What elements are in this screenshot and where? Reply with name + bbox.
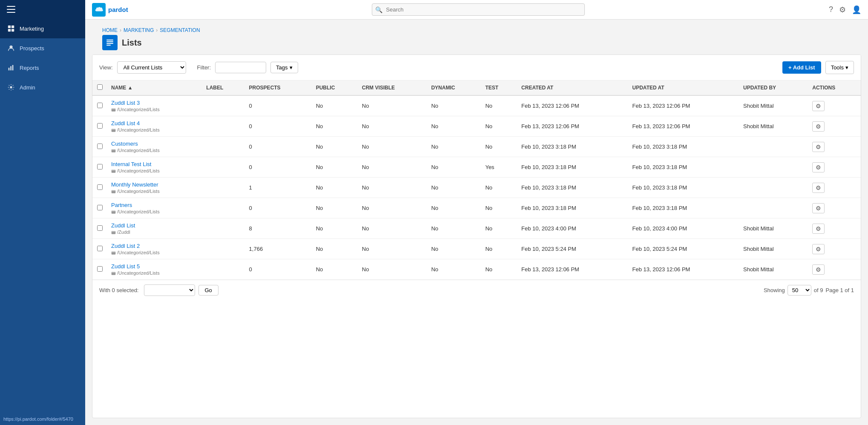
row-checkbox[interactable] — [97, 266, 103, 272]
list-name-link[interactable]: Internal Test List — [111, 161, 151, 167]
list-name-link[interactable]: Zuddl List 4 — [111, 120, 140, 126]
sidebar-item-reports[interactable]: Reports — [0, 58, 85, 78]
list-folder: /Uncategorized/Lists — [111, 209, 198, 214]
breadcrumb-marketing[interactable]: MARKETING — [124, 27, 154, 33]
user-icon[interactable]: 👤 — [852, 5, 861, 14]
sidebar-item-prospects[interactable]: Prospects — [0, 38, 85, 58]
bulk-action-select[interactable] — [144, 284, 195, 296]
filter-input[interactable] — [215, 62, 266, 73]
row-updated-at-cell: Feb 13, 2023 12:06 PM — [628, 259, 739, 280]
row-crm-visible-cell: No — [358, 178, 427, 198]
settings-icon[interactable]: ⚙ — [839, 5, 846, 14]
search-input[interactable] — [372, 3, 585, 16]
breadcrumb-home[interactable]: HOME — [102, 27, 118, 33]
row-created-at-cell: Feb 10, 2023 3:18 PM — [517, 137, 628, 157]
th-crm-visible[interactable]: CRM VISIBLE — [358, 80, 427, 95]
sidebar-header[interactable] — [0, 0, 85, 19]
row-name-cell: Customers /Uncategorized/Lists — [107, 137, 202, 157]
row-gear-button[interactable]: ⚙ — [812, 264, 825, 275]
add-list-button[interactable]: + Add List — [782, 61, 821, 74]
row-prospects-cell: 0 — [245, 157, 312, 178]
row-updated-at-cell: Feb 10, 2023 3:18 PM — [628, 178, 739, 198]
list-name-link[interactable]: Zuddl List — [111, 222, 135, 229]
sidebar-item-marketing[interactable]: Marketing — [0, 19, 85, 38]
row-actions-cell: ⚙ — [808, 116, 861, 137]
main-content: pardot 🔍 ? ⚙ 👤 HOME › MARKETING › SEGMEN… — [85, 0, 868, 425]
row-checkbox[interactable] — [97, 225, 103, 231]
th-dynamic[interactable]: DYNAMIC — [427, 80, 481, 95]
row-gear-button[interactable]: ⚙ — [812, 142, 825, 152]
row-actions-cell: ⚙ — [808, 137, 861, 157]
row-prospects-cell: 1 — [245, 178, 312, 198]
row-checkbox-cell — [92, 137, 107, 157]
th-test[interactable]: TEST — [481, 80, 517, 95]
th-prospects[interactable]: PROSPECTS — [245, 80, 312, 95]
select-all-checkbox[interactable] — [97, 84, 103, 90]
th-label[interactable]: LABEL — [202, 80, 244, 95]
row-prospects-cell: 0 — [245, 116, 312, 137]
row-prospects-cell: 1,766 — [245, 239, 312, 259]
tools-button[interactable]: Tools ▾ — [825, 61, 854, 74]
list-name-link[interactable]: Monthly Newsletter — [111, 181, 158, 188]
page-header: Lists — [94, 33, 859, 55]
row-checkbox[interactable] — [97, 103, 103, 108]
row-gear-button[interactable]: ⚙ — [812, 224, 825, 234]
th-created-at[interactable]: CREATED AT — [517, 80, 628, 95]
go-button[interactable]: Go — [198, 285, 218, 296]
filter-label: Filter: — [197, 64, 211, 71]
row-checkbox[interactable] — [97, 123, 103, 129]
hamburger-icon[interactable] — [7, 6, 15, 13]
list-name-link[interactable]: Zuddl List 5 — [111, 263, 140, 270]
with-selected-label: With 0 selected: — [99, 287, 139, 293]
list-name-link[interactable]: Zuddl List 3 — [111, 100, 140, 106]
row-gear-button[interactable]: ⚙ — [812, 183, 825, 193]
th-public[interactable]: PUBLIC — [312, 80, 358, 95]
showing-label: Showing — [764, 287, 785, 293]
row-checkbox[interactable] — [97, 184, 103, 190]
row-checkbox[interactable] — [97, 246, 103, 251]
list-name-link[interactable]: Zuddl List 2 — [111, 243, 140, 249]
row-updated-by-cell: Shobit Mittal — [739, 218, 808, 239]
prospects-icon — [7, 44, 15, 52]
row-created-at-cell: Feb 10, 2023 3:18 PM — [517, 157, 628, 178]
row-checkbox[interactable] — [97, 164, 103, 169]
breadcrumb-sep-2: › — [156, 27, 158, 33]
row-gear-button[interactable]: ⚙ — [812, 244, 825, 254]
row-name-cell: Zuddl List 2 /Uncategorized/Lists — [107, 239, 202, 259]
row-gear-button[interactable]: ⚙ — [812, 101, 825, 111]
breadcrumb-segmentation[interactable]: SEGMENTATION — [160, 27, 200, 33]
row-checkbox[interactable] — [97, 205, 103, 210]
row-updated-at-cell: Feb 13, 2023 12:06 PM — [628, 95, 739, 116]
tags-button[interactable]: Tags ▾ — [270, 62, 298, 73]
row-gear-button[interactable]: ⚙ — [812, 203, 825, 213]
row-test-cell: No — [481, 95, 517, 116]
row-updated-by-cell: Shobit Mittal — [739, 259, 808, 280]
table-header-row: NAME ▲ LABEL PROSPECTS PUBLIC CRM VISIBL… — [92, 80, 861, 95]
svg-point-8 — [10, 86, 12, 88]
th-updated-at[interactable]: UPDATED AT — [628, 80, 739, 95]
list-name-link[interactable]: Customers — [111, 141, 138, 147]
sidebar-item-admin[interactable]: Admin — [0, 78, 85, 97]
row-gear-button[interactable]: ⚙ — [812, 162, 825, 172]
list-name-link[interactable]: Partners — [111, 202, 132, 208]
svg-rect-12 — [106, 43, 113, 44]
row-crm-visible-cell: No — [358, 259, 427, 280]
svg-rect-11 — [106, 41, 113, 42]
search-icon: 🔍 — [375, 6, 382, 13]
help-icon[interactable]: ? — [829, 5, 833, 14]
row-updated-by-cell — [739, 178, 808, 198]
view-select[interactable]: All Current Lists All Lists Dynamic List… — [117, 61, 186, 74]
row-updated-by-cell: Shobit Mittal — [739, 95, 808, 116]
row-public-cell: No — [312, 218, 358, 239]
topbar-actions: ? ⚙ 👤 — [829, 5, 861, 14]
th-updated-by[interactable]: UPDATED BY — [739, 80, 808, 95]
row-gear-button[interactable]: ⚙ — [812, 121, 825, 132]
row-updated-at-cell: Feb 10, 2023 5:24 PM — [628, 239, 739, 259]
table-row: Monthly Newsletter /Uncategorized/Lists … — [92, 178, 861, 198]
per-page-select[interactable]: 50 25 100 — [788, 285, 811, 296]
row-actions-cell: ⚙ — [808, 259, 861, 280]
th-name[interactable]: NAME ▲ — [107, 80, 202, 95]
row-checkbox[interactable] — [97, 144, 103, 149]
table-row: Internal Test List /Uncategorized/Lists … — [92, 157, 861, 178]
list-folder: /Uncategorized/Lists — [111, 148, 198, 153]
